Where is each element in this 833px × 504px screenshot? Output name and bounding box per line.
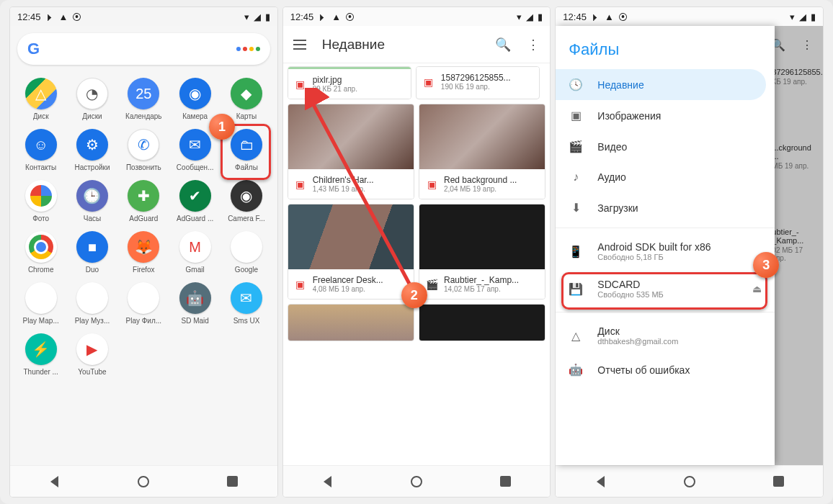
app-диск[interactable]: △Диск: [17, 78, 64, 120]
file-card[interactable]: ▣ Red background ...2,04 МБ 19 апр.: [419, 104, 545, 199]
app-icon: 🕒: [76, 180, 108, 212]
app-camera-f-[interactable]: ◉Camera F...: [223, 180, 270, 222]
drawer-item-images[interactable]: ▣ Изображения: [556, 100, 775, 131]
app-sd-maid[interactable]: 🤖SD Maid: [172, 282, 218, 325]
clock-icon: 🕓: [569, 78, 583, 91]
app-icon: ◔: [76, 78, 108, 109]
file-card[interactable]: ▣ 1587296125855...190 КБ 19 апр.: [416, 66, 540, 99]
nav-bar: [556, 465, 823, 497]
search-icon[interactable]: 🔍: [495, 37, 511, 53]
app-play-фил-[interactable]: ▶Play Фил...: [120, 282, 167, 325]
app-play-муз-[interactable]: ♪Play Муз...: [68, 282, 115, 325]
app-icon: ✉: [231, 282, 262, 314]
app-диски[interactable]: ◔Диски: [68, 78, 115, 120]
assistant-icon[interactable]: [236, 47, 260, 51]
app-label: Карты: [236, 112, 257, 120]
file-card[interactable]: ▣ Freelancer Desk...4,08 МБ 19 апр.: [288, 204, 414, 300]
drawer-item-drive[interactable]: △ Дискdthbakesh@gmail.com: [556, 317, 775, 354]
app-icon: ◆: [231, 78, 262, 109]
app-thunder-[interactable]: ⚡Thunder ...: [17, 333, 64, 376]
file-card[interactable]: ▣ pixlr.jpg89 КБ 21 апр.: [288, 66, 411, 99]
app-chrome[interactable]: Chrome: [17, 231, 64, 274]
app-icon: M: [179, 231, 211, 263]
status-time: 12:45: [17, 12, 41, 22]
file-info: 2,04 МБ 19 апр.: [444, 185, 539, 193]
drawer-label: Недавние: [597, 79, 643, 91]
app-gmail[interactable]: MGmail: [172, 231, 218, 274]
image-type-icon: ▣: [294, 78, 307, 91]
google-search-bar[interactable]: G: [17, 33, 270, 65]
app-icon: ✉: [179, 129, 211, 161]
status-bar: 12:45 ⏵ ▲ ⦿ ▾ ◢ ▮: [283, 7, 551, 26]
thumbnail: [419, 204, 545, 269]
drawer-item-audio[interactable]: ♪ Аудио: [556, 162, 775, 192]
nav-home-button[interactable]: [683, 475, 696, 488]
app-label: Настройки: [74, 163, 110, 171]
app-label: Play Фил...: [126, 317, 162, 325]
nav-recent-button[interactable]: [226, 475, 239, 488]
app-календарь[interactable]: 25Календарь: [120, 78, 167, 120]
app-sms-ux[interactable]: ✉Sms UX: [223, 282, 270, 325]
drawer-item-bugreports[interactable]: 🤖 Отчеты об ошибках: [556, 354, 775, 385]
app-duo[interactable]: ■Duo: [68, 231, 115, 274]
file-name: Freelancer Desk...: [313, 275, 408, 285]
app-позвонить[interactable]: ✆Позвонить: [120, 129, 167, 171]
status-bar: 12:45 ⏵ ▲ ⦿ ▾ ◢ ▮: [10, 7, 277, 26]
app-firefox[interactable]: 🦊Firefox: [120, 231, 167, 274]
app-камера[interactable]: ◉Камера: [172, 78, 218, 120]
app-play-мар-[interactable]: ▶Play Мар...: [17, 282, 64, 325]
drawer-item-downloads[interactable]: ⬇ Загрузки: [556, 192, 775, 223]
battery-icon: ▮: [265, 12, 270, 22]
audio-icon: ♪: [569, 171, 583, 184]
app-icon: 🤖: [179, 282, 211, 314]
phone-files-recent: 12:45 ⏵ ▲ ⦿ ▾ ◢ ▮ Недавние 🔍 ⋮ ▣ p: [283, 7, 551, 497]
app-настройки[interactable]: ⚙Настройки: [68, 129, 115, 171]
file-name: Children's Har...: [313, 175, 408, 185]
nav-home-button[interactable]: [410, 475, 423, 488]
app-icon: G: [231, 231, 262, 263]
nav-recent-button[interactable]: [772, 475, 785, 488]
toolbar: Недавние 🔍 ⋮: [283, 26, 551, 63]
nav-home-button[interactable]: [137, 475, 150, 488]
app-карты[interactable]: ◆Карты: [223, 78, 270, 120]
app-adguard[interactable]: ✚AdGuard: [120, 180, 167, 222]
app-google[interactable]: GGoogle: [223, 231, 270, 274]
file-card[interactable]: [419, 304, 545, 341]
video-icon: 🎬: [569, 140, 583, 153]
status-warn-icon: ▲: [331, 12, 341, 22]
app-label: Часы: [84, 215, 101, 222]
nav-back-button[interactable]: [48, 475, 61, 488]
app-контакты[interactable]: ☺Контакты: [17, 129, 64, 171]
app-фото[interactable]: Фото: [17, 180, 64, 222]
app-label: SD Maid: [181, 317, 208, 325]
file-info: 190 КБ 19 апр.: [441, 83, 533, 91]
app-label: Gmail: [186, 266, 205, 274]
nav-back-button[interactable]: [321, 475, 334, 488]
file-card[interactable]: [288, 304, 414, 341]
app-icon: ✆: [128, 129, 159, 161]
file-card[interactable]: 🎬 Raubtier_-_Kamp...14,02 МБ 17 апр.: [419, 204, 545, 300]
thumbnail: [288, 104, 414, 169]
wifi-icon: ▾: [790, 12, 795, 22]
status-warn-icon: ▲: [59, 12, 68, 22]
more-icon[interactable]: ⋮: [527, 37, 540, 53]
file-name: 1587296125855...: [441, 73, 533, 83]
status-power-icon: ⦿: [618, 12, 628, 22]
drawer-item-internal-storage[interactable]: 📱 Android SDK built for x86Свободно 5,18…: [556, 233, 775, 270]
file-info: 14,02 МБ 17 апр.: [444, 285, 539, 293]
app-label: Sms UX: [233, 317, 260, 325]
app-icon: [25, 180, 57, 212]
nav-back-button[interactable]: [594, 475, 607, 488]
app-adguard-[interactable]: ✔AdGuard ...: [172, 180, 218, 222]
hamburger-menu-button[interactable]: [293, 40, 306, 50]
drawer-item-video[interactable]: 🎬 Видео: [556, 131, 775, 162]
app-icon: ☺: [25, 129, 57, 161]
drawer-item-recent[interactable]: 🕓 Недавние: [556, 69, 766, 100]
app-часы[interactable]: 🕒Часы: [68, 180, 115, 222]
file-card[interactable]: ▣ Children's Har...1,43 МБ 19 апр.: [288, 104, 414, 199]
app-youtube[interactable]: ▶YouTube: [68, 333, 115, 376]
status-power-icon: ⦿: [345, 12, 355, 22]
wifi-icon: ▾: [244, 12, 249, 22]
navigation-drawer: Файлы 🕓 Недавние ▣ Изображения 🎬 Видео ♪…: [556, 26, 775, 465]
nav-recent-button[interactable]: [499, 475, 512, 488]
